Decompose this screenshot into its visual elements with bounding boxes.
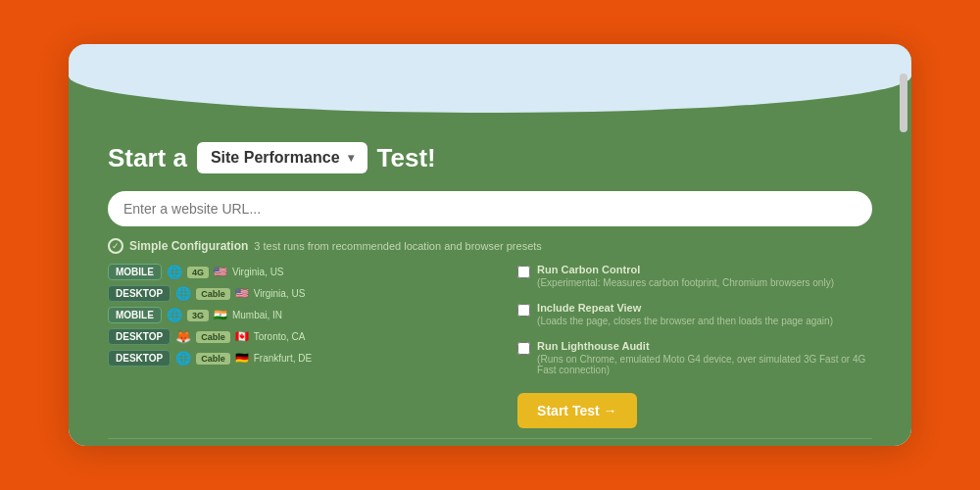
chrome-icon: 🌐 — [167, 308, 182, 322]
location-text: Virginia, US — [254, 288, 306, 299]
simple-config-desc: 3 test runs from recommended location an… — [254, 240, 541, 252]
connection-badge: Cable — [196, 353, 230, 365]
lighthouse-option: Run Lighthouse Audit (Runs on Chrome, em… — [517, 340, 872, 375]
firefox-icon: 🦊 — [175, 329, 191, 344]
repeat-view-checkbox[interactable] — [517, 304, 530, 317]
simple-config-label: Simple Configuration — [129, 239, 248, 253]
location-text: Virginia, US — [232, 267, 284, 277]
chrome-icon: 🌐 — [167, 265, 182, 279]
chrome-icon: 🌐 — [175, 351, 191, 366]
main-panel: Start a Site Performance ▾ Test! ✓ Simpl… — [69, 44, 911, 446]
flag-icon: 🇮🇳 — [214, 309, 227, 321]
check-circle-icon: ✓ — [108, 238, 123, 254]
connection-badge: 4G — [187, 267, 209, 278]
flag-icon: 🇩🇪 — [235, 352, 249, 365]
lighthouse-checkbox[interactable] — [517, 342, 530, 355]
preset-row-5: DESKTOP 🌐 Cable 🇩🇪 Frankfurt, DE — [108, 350, 498, 367]
preset-type-badge: MOBILE — [108, 307, 162, 323]
preset-type-badge: DESKTOP — [108, 285, 171, 302]
preset-type-badge: MOBILE — [108, 264, 162, 280]
flag-icon: 🇨🇦 — [235, 330, 249, 343]
carbon-control-checkbox[interactable] — [517, 266, 530, 278]
options-column: Run Carbon Control (Experimental: Measur… — [517, 264, 872, 428]
location-text: Mumbai, IN — [232, 310, 282, 320]
location-text: Toronto, CA — [254, 331, 306, 342]
start-test-button[interactable]: Start Test → — [517, 393, 636, 428]
two-col-layout: MOBILE 🌐 4G 🇺🇸 Virginia, US DESKTOP 🌐 Ca… — [108, 264, 872, 428]
main-card: Start a Site Performance ▾ Test! ✓ Simpl… — [69, 44, 911, 446]
lighthouse-desc: (Runs on Chrome, emulated Moto G4 device… — [537, 354, 872, 375]
scrollbar-thumb[interactable] — [900, 74, 907, 132]
title-row: Start a Site Performance ▾ Test! — [108, 142, 872, 173]
test-type-dropdown[interactable]: Site Performance ▾ — [197, 142, 368, 173]
carbon-control-label: Run Carbon Control — [537, 264, 834, 275]
repeat-view-desc: (Loads the page, closes the browser and … — [537, 316, 833, 326]
connection-badge: Cable — [196, 331, 230, 343]
repeat-view-group: Include Repeat View (Loads the page, clo… — [537, 302, 833, 326]
start-text: Start a — [108, 143, 187, 173]
carbon-control-desc: (Experimental: Measures carbon footprint… — [537, 277, 834, 288]
presets-column: MOBILE 🌐 4G 🇺🇸 Virginia, US DESKTOP 🌐 Ca… — [108, 264, 498, 428]
test-text: Test! — [377, 143, 436, 173]
preset-row-4: DESKTOP 🦊 Cable 🇨🇦 Toronto, CA — [108, 328, 498, 345]
advanced-config-row[interactable]: ▶ Advanced Configuration Choose from all… — [108, 438, 872, 446]
chevron-down-icon: ▾ — [348, 151, 354, 165]
options-inner: Run Carbon Control (Experimental: Measur… — [517, 264, 872, 428]
carbon-control-group: Run Carbon Control (Experimental: Measur… — [537, 264, 834, 288]
preset-row-1: MOBILE 🌐 4G 🇺🇸 Virginia, US — [108, 264, 498, 280]
preset-row-3: MOBILE 🌐 3G 🇮🇳 Mumbai, IN — [108, 307, 498, 323]
repeat-view-option: Include Repeat View (Loads the page, clo… — [517, 302, 872, 326]
lighthouse-label: Run Lighthouse Audit — [537, 340, 872, 352]
chrome-icon: 🌐 — [175, 286, 191, 301]
dropdown-label: Site Performance — [211, 149, 340, 167]
lighthouse-group: Run Lighthouse Audit (Runs on Chrome, em… — [537, 340, 872, 375]
carbon-control-option: Run Carbon Control (Experimental: Measur… — [517, 264, 872, 288]
simple-config-header: ✓ Simple Configuration 3 test runs from … — [108, 238, 872, 254]
url-input[interactable] — [108, 191, 872, 226]
flag-icon: 🇺🇸 — [214, 266, 227, 278]
location-text: Frankfurt, DE — [254, 353, 312, 364]
preset-type-badge: DESKTOP — [108, 350, 171, 367]
flag-icon: 🇺🇸 — [235, 287, 249, 300]
preset-type-badge: DESKTOP — [108, 328, 171, 345]
connection-badge: 3G — [187, 310, 209, 321]
preset-row-2: DESKTOP 🌐 Cable 🇺🇸 Virginia, US — [108, 285, 498, 302]
repeat-view-label: Include Repeat View — [537, 302, 833, 314]
content-area: Start a Site Performance ▾ Test! ✓ Simpl… — [69, 44, 911, 446]
connection-badge: Cable — [196, 288, 230, 300]
url-input-row — [108, 191, 872, 226]
